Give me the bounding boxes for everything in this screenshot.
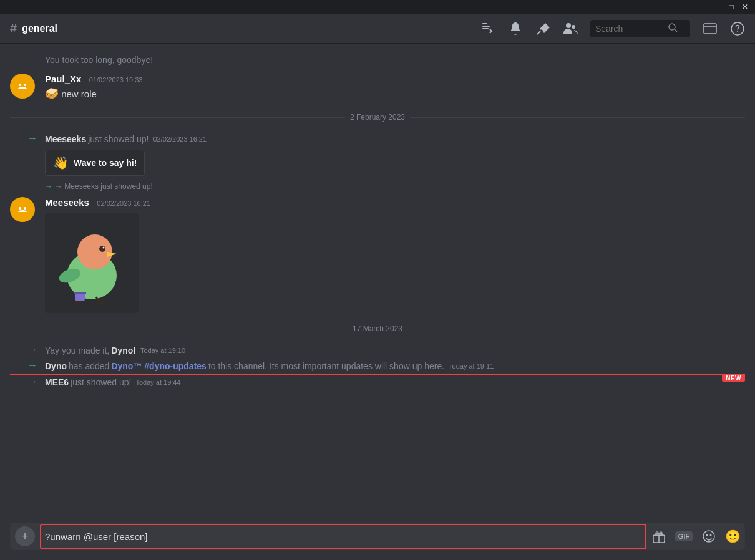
svg-line-25 — [78, 304, 79, 307]
avatar-meeseeks — [10, 197, 35, 222]
system-content-dyno-add: Dyno has added Dyno™ #dyno-updates to th… — [45, 360, 494, 373]
system-content-meeseeks: Meeseeks just showed up! 02/02/2023 16:2… — [45, 133, 207, 146]
svg-point-18 — [77, 234, 112, 269]
system-arrow-dyno-icon: → — [27, 344, 37, 355]
svg-point-12 — [19, 84, 21, 86]
close-button[interactable]: ✕ — [740, 2, 750, 12]
system-message-mee6: → MEE6 just showed up! Today at 19:44 — [0, 375, 755, 390]
system-message-dyno-add: → Dyno has added Dyno™ #dyno-updates to … — [0, 359, 755, 374]
svg-point-4 — [566, 23, 571, 28]
wave-button[interactable]: 👋 Wave to say hi! — [45, 150, 145, 176]
inbox-icon[interactable] — [703, 21, 718, 36]
message-input[interactable] — [40, 524, 646, 549]
username-meeseeks: Meeseeks — [45, 197, 89, 208]
bird-gif-image — [45, 213, 139, 313]
members-icon[interactable] — [563, 21, 578, 36]
system-content-dyno-join: Yay you made it, Dyno! Today at 19:10 — [45, 344, 185, 357]
svg-point-19 — [99, 246, 105, 252]
date-divider-march: 17 March 2023 — [0, 314, 755, 343]
emoji-paul: 🥪 — [45, 87, 59, 100]
svg-rect-8 — [704, 24, 716, 34]
svg-point-10 — [737, 31, 738, 32]
system-message-meeseeks-join: → Meeseeks just showed up! 02/02/2023 16… — [0, 132, 755, 147]
svg-point-13 — [24, 84, 26, 86]
channel-header: # general — [0, 14, 755, 44]
search-input[interactable] — [595, 24, 664, 34]
svg-point-6 — [669, 24, 675, 30]
svg-point-11 — [14, 77, 31, 95]
header-icons — [480, 20, 745, 37]
timestamp-meeseeks: 02/02/2023 16:21 — [97, 200, 150, 207]
channel-hash-icon: # — [10, 21, 17, 36]
attach-button[interactable]: + — [15, 526, 35, 546]
svg-rect-2 — [482, 28, 489, 29]
wave-btn-wrapper: 👋 Wave to say hi! — [0, 147, 755, 181]
messages-area[interactable]: You took too long, goodbye! Paul_Xx 01/0… — [0, 44, 755, 518]
svg-line-3 — [537, 31, 540, 34]
emoji-icon[interactable]: 🙂 — [725, 529, 740, 544]
channel-title: general — [22, 23, 57, 34]
timestamp-paul: 01/02/2023 19:33 — [89, 76, 143, 84]
message-group-meeseeks: Meeseeks 02/02/2023 16:21 — [0, 192, 755, 314]
avatar-paul — [10, 74, 35, 99]
gift-icon[interactable] — [651, 529, 666, 544]
message-group-paul: Paul_Xx 01/02/2023 19:33 🥪 new role — [0, 69, 755, 103]
svg-point-5 — [572, 25, 575, 29]
system-arrow-mee6-icon: → — [27, 376, 37, 387]
date-divider-feb: 2 February 2023 — [0, 103, 755, 132]
svg-point-16 — [24, 207, 26, 210]
svg-line-28 — [100, 304, 101, 307]
partial-message: You took too long, goodbye! — [0, 54, 755, 66]
maximize-button[interactable]: □ — [726, 2, 736, 12]
search-icon — [668, 22, 678, 34]
help-icon[interactable] — [730, 21, 745, 36]
wave-btn-label: Wave to say hi! — [74, 158, 137, 168]
system-message-dyno-join: → Yay you made it, Dyno! Today at 19:10 — [0, 343, 755, 359]
pin-icon[interactable] — [535, 21, 550, 36]
notifications-icon[interactable] — [508, 21, 523, 36]
svg-point-20 — [103, 247, 105, 249]
title-bar: — □ ✕ — [0, 0, 755, 14]
message-content-paul: 🥪 new role — [45, 86, 745, 102]
svg-rect-0 — [482, 23, 487, 24]
message-input-wrapper: + GIF — [10, 523, 745, 550]
threads-icon[interactable] — [480, 21, 495, 36]
system-content-mee6: MEE6 just showed up! Today at 19:44 — [45, 376, 181, 389]
svg-point-15 — [19, 207, 21, 210]
svg-line-27 — [100, 302, 104, 304]
input-right-icons: GIF 🙂 — [651, 529, 740, 544]
svg-point-36 — [710, 534, 712, 536]
svg-point-14 — [14, 201, 31, 218]
system-arrow-dyno-add-icon: → — [27, 360, 37, 371]
main-content: You took too long, goodbye! Paul_Xx 01/0… — [0, 44, 755, 560]
ref-arrow-icon: → — [45, 182, 52, 191]
sticker-icon[interactable] — [701, 529, 716, 544]
svg-rect-1 — [482, 26, 490, 27]
svg-line-24 — [75, 302, 79, 304]
gif-button[interactable]: GIF — [675, 531, 693, 541]
system-arrow-icon: → — [27, 133, 37, 144]
username-paul: Paul_Xx — [45, 74, 81, 84]
minimize-button[interactable]: — — [713, 2, 723, 12]
svg-rect-30 — [74, 292, 86, 294]
svg-line-7 — [675, 29, 677, 32]
message-reference-meeseeks: → → Meeseeks just showed up! — [0, 181, 755, 192]
search-bar[interactable] — [590, 20, 690, 37]
channel-name: # general — [10, 21, 57, 36]
message-input-area: + GIF — [0, 518, 755, 560]
wave-emoji-icon: 👋 — [53, 155, 69, 170]
svg-point-35 — [706, 534, 708, 536]
